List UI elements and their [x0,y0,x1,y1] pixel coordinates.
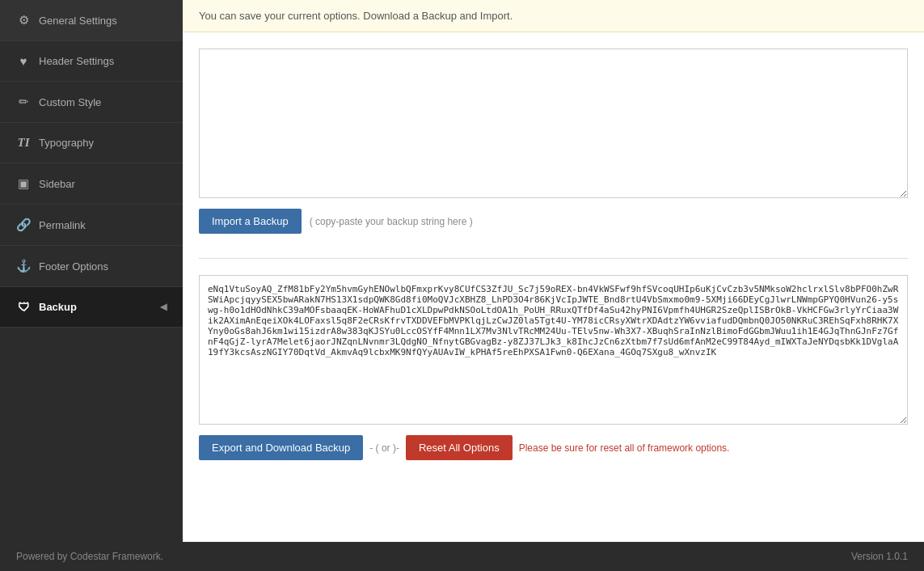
reset-warning-text: Please be sure for reset all of framewor… [519,442,730,454]
typography-icon: TI [16,136,31,150]
main-content: You can save your current options. Downl… [183,0,924,542]
pencil-icon: ✏ [16,95,31,109]
sidebar-item-custom-style[interactable]: ✏ Custom Style [0,82,183,123]
import-backup-button[interactable]: Import a Backup [199,209,302,234]
heart-icon: ♥ [16,54,31,68]
sidebar-item-footer-options[interactable]: ⚓ Footer Options [0,246,183,287]
link-icon: 🔗 [16,218,31,232]
or-text: - ( or )- [369,442,399,454]
sidebar-item-label: Typography [39,137,94,149]
sidebar-item-label: Custom Style [39,96,101,108]
import-textarea[interactable] [199,49,908,198]
gear-icon: ⚙ [16,13,31,27]
sidebar-item-typography[interactable]: TI Typography [0,123,183,163]
sidebar-item-label: Permalink [39,219,86,231]
footer-left-text: Powered by Codestar Framework. [16,551,163,562]
notice-text: You can save your current options. Downl… [199,10,513,22]
sidebar-item-label: Backup [39,301,77,313]
import-section: Import a Backup ( copy-paste your backup… [199,49,908,234]
sidebar-item-label: General Settings [39,15,117,27]
sidebar-icon: ▣ [16,176,31,191]
section-divider [199,258,908,259]
export-textarea[interactable]: eNq1VtuSoyAQ_ZfM81bFy2Ym5hvmGyhENOwlbQFm… [199,275,908,425]
footer-right-text: Version 1.0.1 [851,551,908,562]
notice-bar: You can save your current options. Downl… [183,0,924,32]
export-section: eNq1VtuSoyAQ_ZfM81bFy2Ym5hvmGyhENOwlbQFm… [199,275,908,460]
sidebar-item-header-settings[interactable]: ♥ Header Settings [0,41,183,82]
sidebar-item-label: Sidebar [39,178,75,190]
sidebar: ⚙ General Settings ♥ Header Settings ✏ C… [0,0,183,542]
content-area: Import a Backup ( copy-paste your backup… [183,32,924,542]
chevron-right-icon: ◀ [160,302,167,312]
import-hint: ( copy-paste your backup string here ) [310,216,473,227]
sidebar-item-label: Footer Options [39,260,108,273]
anchor-icon: ⚓ [16,259,31,273]
sidebar-item-backup[interactable]: 🛡 Backup ◀ [0,287,183,328]
reset-all-options-button[interactable]: Reset All Options [406,435,513,460]
sidebar-item-general-settings[interactable]: ⚙ General Settings [0,0,183,41]
import-row: Import a Backup ( copy-paste your backup… [199,209,908,234]
shield-icon: 🛡 [16,300,31,314]
export-row: Export and Download Backup - ( or )- Res… [199,435,908,460]
sidebar-item-label: Header Settings [39,55,114,67]
export-download-button[interactable]: Export and Download Backup [199,435,363,460]
sidebar-item-sidebar[interactable]: ▣ Sidebar [0,163,183,205]
footer: Powered by Codestar Framework. Version 1… [0,542,924,571]
sidebar-item-permalink[interactable]: 🔗 Permalink [0,205,183,246]
